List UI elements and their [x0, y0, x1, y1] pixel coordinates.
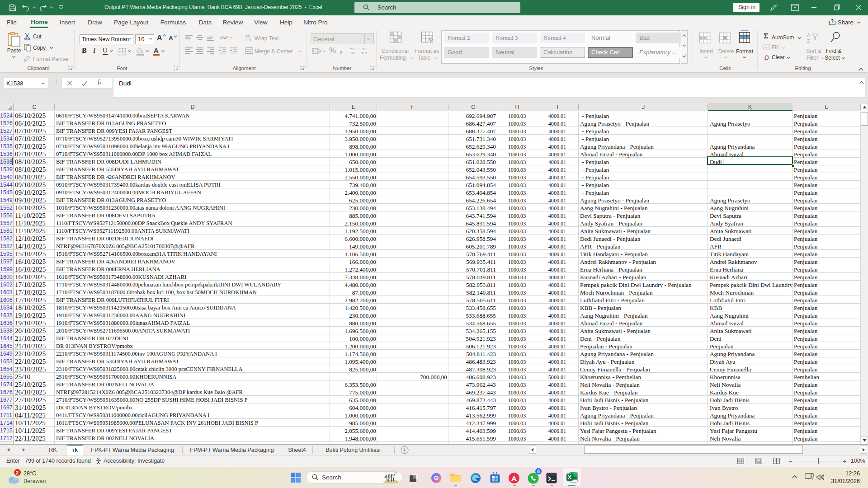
svg-text:C: C [313, 49, 316, 53]
svg-text:0: 0 [365, 51, 367, 55]
svg-text:A: A [807, 33, 811, 38]
svg-text:.00: .00 [361, 47, 365, 51]
svg-text:0: 0 [354, 47, 355, 51]
svg-text:Z: Z [807, 38, 810, 44]
svg-text:ab: ab [220, 35, 225, 40]
svg-text:.00: .00 [350, 51, 354, 55]
